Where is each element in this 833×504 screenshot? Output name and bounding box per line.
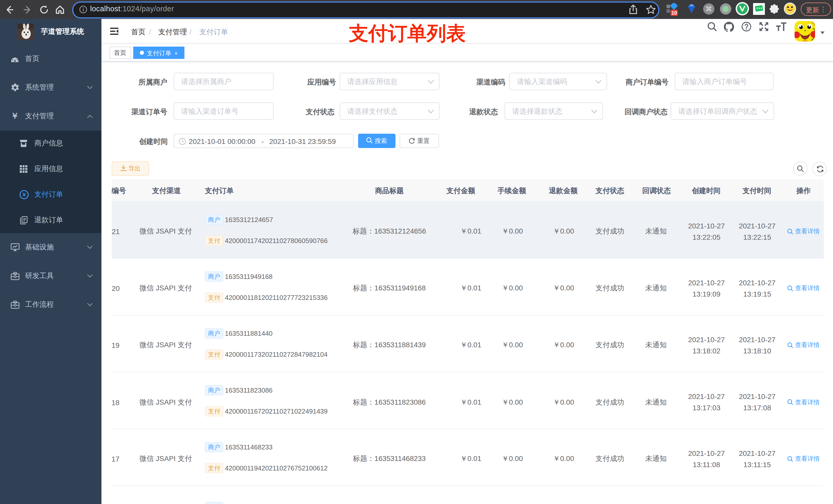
svg-text:⌘: ⌘ xyxy=(706,5,712,13)
svg-text:￥: ￥ xyxy=(22,192,27,197)
svg-text:10: 10 xyxy=(671,10,677,16)
